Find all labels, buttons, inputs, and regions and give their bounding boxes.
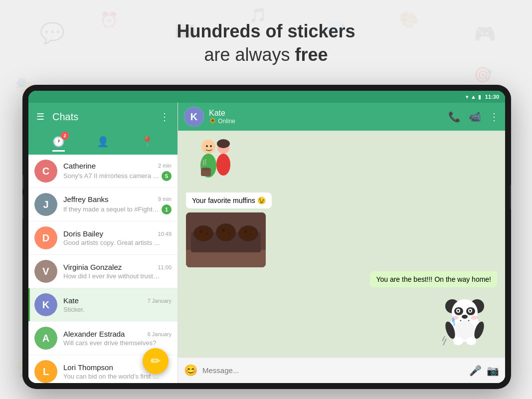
svg-point-49 xyxy=(470,309,471,310)
video-icon[interactable]: 📹 xyxy=(469,111,481,123)
message-input[interactable] xyxy=(202,366,464,375)
tablet-power-button xyxy=(510,185,511,209)
chat-name: Alexander Estrada xyxy=(63,330,125,338)
svg-point-59 xyxy=(453,322,455,326)
chat-name-row: Alexander Estrada 6 January xyxy=(63,330,172,338)
chat-preview-row: If they made a sequel to #FightClub 1 xyxy=(63,204,172,214)
chat-list-item[interactable]: J Jeffrey Banks 9 min If they made a seq… xyxy=(28,188,177,221)
chat-list-title: Chats xyxy=(52,111,160,123)
header-more-icon[interactable]: ⋮ xyxy=(160,111,170,123)
svg-point-48 xyxy=(458,309,459,310)
chat-preview: How did I ever live without trusted plac… xyxy=(63,272,163,280)
svg-point-57 xyxy=(466,337,476,345)
chat-time: 7 January xyxy=(148,298,172,304)
sent-message-text: You are the best!!! On the way home! xyxy=(376,275,491,283)
chat-name: Virginia Gonzalez xyxy=(63,263,122,271)
svg-point-17 xyxy=(216,154,230,176)
battery-icon: ▮ xyxy=(478,94,481,100)
tablet-screen: ▾ ▲ ▮ 11:30 ☰ Chats ⋮ 🕐 2 xyxy=(28,91,505,383)
svg-point-20 xyxy=(217,139,230,148)
chat-list-item[interactable]: V Virginia Gonzalez 11:00 How did I ever… xyxy=(28,255,177,288)
contacts-icon: 👤 xyxy=(97,136,109,148)
emoji-button[interactable]: 😊 xyxy=(184,364,197,377)
chat-list-item[interactable]: K Kate 7 January Sticker. xyxy=(28,288,177,322)
compose-fab[interactable]: ✏ xyxy=(143,348,169,374)
svg-point-58 xyxy=(452,318,455,323)
chat-info: Virginia Gonzalez 11:00 How did I ever l… xyxy=(63,263,172,280)
chat-input-bar: 😊 🎤 📷 xyxy=(178,357,505,383)
compose-icon: ✏ xyxy=(151,354,161,368)
chat-preview-row: Sticker. xyxy=(63,306,172,313)
svg-point-55 xyxy=(455,320,475,340)
muffin-image xyxy=(186,212,266,267)
chat-list-item[interactable]: C Catherine 2 min Sony's A7 II mirrorles… xyxy=(28,155,177,188)
chat-list-item[interactable]: D Doris Bailey 10:49 Good artists copy. … xyxy=(28,221,177,255)
chat-info: Doris Bailey 10:49 Good artists copy. Gr… xyxy=(63,229,172,246)
chat-avatar: K xyxy=(34,293,57,316)
chat-name: Kate xyxy=(63,296,79,305)
hero-normal-text: are always xyxy=(204,44,295,65)
svg-line-60 xyxy=(442,336,445,341)
unread-badge: 5 xyxy=(162,171,172,181)
more-icon[interactable]: ⋮ xyxy=(489,111,499,123)
svg-point-21 xyxy=(206,145,208,147)
chat-name-row: Kate 7 January xyxy=(63,296,172,305)
chat-avatar: V xyxy=(34,260,57,283)
call-icon[interactable]: 📞 xyxy=(448,111,461,123)
muffin-image-message xyxy=(186,212,266,267)
contact-info: Kate 🌻 Online xyxy=(209,109,448,125)
hero-bold-free: free xyxy=(295,44,328,65)
tablet-volume-up xyxy=(22,175,23,190)
tab-places[interactable]: 📍 xyxy=(141,136,154,150)
status-bar: ▾ ▲ ▮ 11:30 xyxy=(28,91,505,103)
svg-point-19 xyxy=(201,168,211,171)
tab-contacts[interactable]: 👤 xyxy=(97,136,109,150)
tab-chats[interactable]: 🕐 2 xyxy=(52,136,65,150)
chat-preview: Sony's A7 II mirrorless camera adds fast… xyxy=(63,172,162,180)
chat-name-row: Jeffrey Banks 9 min xyxy=(63,195,172,203)
camera-icon[interactable]: 📷 xyxy=(487,365,499,377)
chat-time: 11:00 xyxy=(158,264,172,270)
svg-point-35 xyxy=(194,226,212,240)
hero-heading: Hundreds of stickers are always free xyxy=(0,20,532,67)
microphone-icon[interactable]: 🎤 xyxy=(469,365,482,377)
chat-badge: 2 xyxy=(61,132,69,140)
svg-point-56 xyxy=(453,337,463,345)
tablet-frame: ▾ ▲ ▮ 11:30 ☰ Chats ⋮ 🕐 2 xyxy=(22,85,511,389)
chat-list: C Catherine 2 min Sony's A7 II mirrorles… xyxy=(28,155,177,383)
unread-badge: 1 xyxy=(162,204,172,214)
chat-window-header: K Kate 🌻 Online 📞 📹 ⋮ xyxy=(178,103,505,131)
svg-point-50 xyxy=(462,315,468,319)
chat-info: Catherine 2 min Sony's A7 II mirrorless … xyxy=(63,162,172,181)
contact-status: 🌻 Online xyxy=(209,118,448,125)
chat-avatar: L xyxy=(34,360,57,383)
svg-point-14 xyxy=(201,140,215,154)
chat-preview-row: Good artists copy. Great artists steal, … xyxy=(63,239,172,246)
tab-bar: 🕐 2 👤 📍 xyxy=(28,131,177,155)
chat-preview: If they made a sequel to #FightClub xyxy=(63,205,162,213)
hero-bold-word: Hundreds of stickers xyxy=(177,21,355,41)
chat-time: 10:49 xyxy=(158,231,172,237)
chat-preview: Will cars ever drive themselves? xyxy=(63,339,156,347)
chat-info: Alexander Estrada 6 January Will cars ev… xyxy=(63,330,172,347)
app-content: ☰ Chats ⋮ 🕐 2 👤 📍 xyxy=(28,103,505,383)
chat-preview: You can bid on the world's first Batmobi… xyxy=(63,373,163,380)
tablet-volume-down xyxy=(22,195,23,219)
chat-name-row: Doris Bailey 10:49 xyxy=(63,229,172,238)
time-display: 11:30 xyxy=(485,94,499,100)
chat-preview-row: Will cars ever drive themselves? xyxy=(63,339,172,347)
chat-name: Jeffrey Banks xyxy=(63,195,109,203)
messages-area: Your favorite muffins 😉 xyxy=(178,131,505,357)
chat-preview: Good artists copy. Great artists steal, … xyxy=(63,239,163,246)
svg-point-52 xyxy=(471,316,478,320)
contact-avatar: K xyxy=(184,107,204,127)
hamburger-menu-icon[interactable]: ☰ xyxy=(36,111,44,122)
sticker-couple-message xyxy=(186,137,246,189)
chat-preview: Sticker. xyxy=(63,306,85,313)
chat-panel: ☰ Chats ⋮ 🕐 2 👤 📍 xyxy=(28,103,178,383)
signal-icon: ▲ xyxy=(471,94,476,100)
panda-sticker-message xyxy=(442,291,487,348)
chat-name-row: Catherine 2 min xyxy=(63,162,172,170)
chat-avatar: C xyxy=(34,160,57,183)
chat-time: 2 min xyxy=(158,163,172,169)
